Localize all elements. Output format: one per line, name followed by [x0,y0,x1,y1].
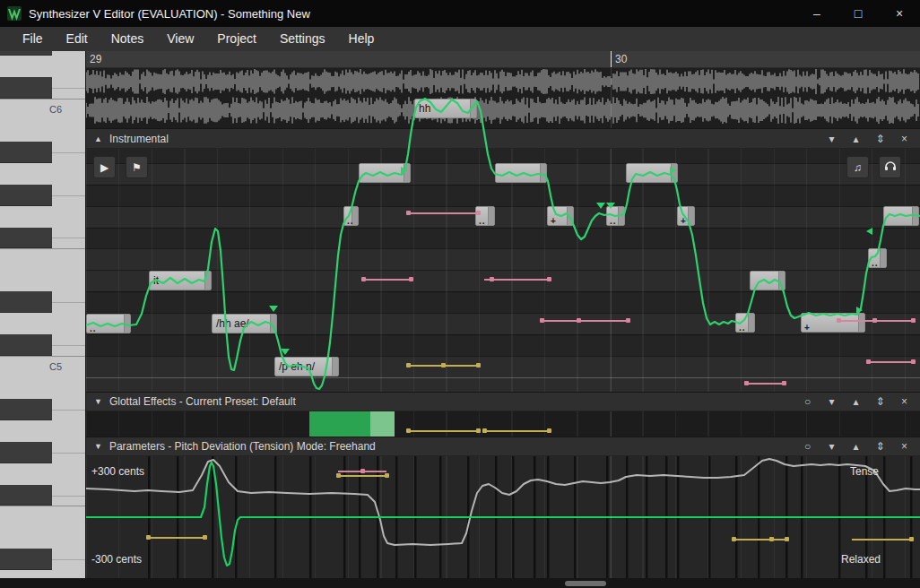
measure-line [611,149,612,392]
parameter-node[interactable] [785,537,789,541]
move-up-icon[interactable]: ▴ [849,134,863,144]
parameter-node[interactable] [909,537,914,541]
relaxed-label: Relaxed [841,553,881,566]
piano-key-black[interactable] [0,142,52,163]
piano-key-black[interactable] [0,291,52,313]
collapse-icon[interactable]: ▼ [94,397,102,406]
move-up-icon[interactable]: ▴ [849,396,863,407]
maximize-button[interactable]: □ [838,0,879,27]
move-down-icon[interactable]: ▾ [825,441,838,452]
parameter-segment[interactable] [408,430,478,432]
move-up-icon[interactable]: ▴ [849,441,863,452]
piano-key-black[interactable] [0,228,52,249]
timeline-ruler[interactable]: 2930 [86,51,920,68]
close-icon[interactable]: × [898,396,911,407]
close-icon[interactable]: × [898,134,911,144]
close-icon[interactable]: × [898,441,911,452]
horizontal-scrollbar[interactable] [0,578,920,588]
menu-view[interactable]: View [155,27,205,51]
key-divider [52,345,86,346]
measure-line [611,51,612,67]
parameter-node[interactable] [336,473,341,478]
parameter-segment[interactable] [148,537,204,539]
piano-key-black[interactable] [0,442,52,463]
parameters-area[interactable] [86,456,920,578]
pitch-deviation-curve[interactable] [86,463,920,566]
parameter-segment[interactable] [733,539,786,540]
fit-height-icon[interactable]: ⇕ [873,396,887,407]
parameter-node[interactable] [360,469,365,473]
measure-number: 29 [90,53,101,65]
beat-grid [86,411,920,437]
parameter-node[interactable] [406,428,411,433]
piano-key-black[interactable] [0,485,52,506]
piano-key-black[interactable] [0,51,52,56]
menu-project[interactable]: Project [205,27,268,51]
glottal-effects-lane[interactable] [86,411,920,437]
parameter-node[interactable] [769,537,774,541]
glottal-effects-panel-header[interactable]: ▼ Glottal Effects - Current Preset: Defa… [86,392,920,411]
note-boundary-line [235,456,237,578]
tension-curve[interactable] [86,459,920,545]
minimize-button[interactable]: – [796,0,838,27]
collapse-icon[interactable]: ▲ [94,134,102,143]
fit-height-icon[interactable]: ⇕ [873,134,887,144]
move-down-icon[interactable]: ▾ [825,396,838,407]
key-divider [52,195,86,196]
glottal-effect-region[interactable] [309,411,370,437]
panel-title: Instrumental [109,133,169,145]
key-divider [0,248,86,249]
marker-icon: ⚑ [132,161,142,174]
parameter-segment[interactable] [338,475,386,477]
instrumental-panel-header[interactable]: ▲ Instrumental ▾▴⇕× [86,128,920,149]
piano-key-black[interactable] [0,77,52,99]
key-divider [0,356,86,357]
piano-key-black[interactable] [0,399,52,420]
fit-height-icon[interactable]: ⇕ [873,441,887,452]
piano-key-black[interactable] [0,185,52,206]
key-divider [52,559,86,560]
parameters-panel-header[interactable]: ▼ Parameters - Pitch Deviation (Tension)… [86,437,920,456]
collapse-icon[interactable]: ▼ [94,442,102,451]
measure-line [611,456,612,578]
note-mode-button[interactable]: ♫ [846,156,869,178]
parameter-segment[interactable] [852,539,911,540]
music-note-icon: ♫ [854,161,862,174]
app-logo-icon [7,6,22,21]
piano-key-black[interactable] [0,549,52,570]
listen-button[interactable] [879,156,901,178]
parameter-node[interactable] [385,473,389,478]
piano-roll[interactable] [86,149,920,392]
parameter-node[interactable] [547,428,551,433]
app-window: Synthesizer V Editor (EVALUATION) - Some… [0,0,920,588]
tense-label: Tense [850,465,879,478]
menu-settings[interactable]: Settings [268,27,337,51]
key-divider [52,152,86,153]
piano-key-black[interactable] [0,334,52,356]
parameter-segment[interactable] [484,430,549,432]
parameter-node[interactable] [146,535,151,540]
menu-file[interactable]: File [11,27,55,51]
h-scrollbar-thumb[interactable] [565,581,606,586]
menu-help[interactable]: Help [337,27,386,51]
play-button[interactable]: ▶ [93,156,116,178]
move-down-icon[interactable]: ▾ [825,134,838,144]
parameter-node[interactable] [203,535,207,540]
key-divider [52,238,86,238]
marker-button[interactable]: ⚑ [126,156,148,178]
parameter-node[interactable] [482,428,487,433]
close-button[interactable]: × [879,0,920,27]
auto-icon[interactable]: ○ [801,396,814,407]
param-min-label: -300 cents [91,553,142,566]
panel-title: Parameters - Pitch Deviation (Tension) M… [109,440,376,453]
glottal-effect-region[interactable] [370,411,395,437]
menu-edit[interactable]: Edit [55,27,100,51]
auto-icon[interactable]: ○ [801,441,814,452]
parameter-node[interactable] [476,428,481,433]
parameter-node[interactable] [732,537,736,541]
headphones-icon [884,160,897,174]
menu-notes[interactable]: Notes [100,27,156,51]
measure-number: 30 [615,53,627,65]
key-divider [0,99,86,99]
piano-keyboard[interactable]: C6C5 [0,51,86,578]
